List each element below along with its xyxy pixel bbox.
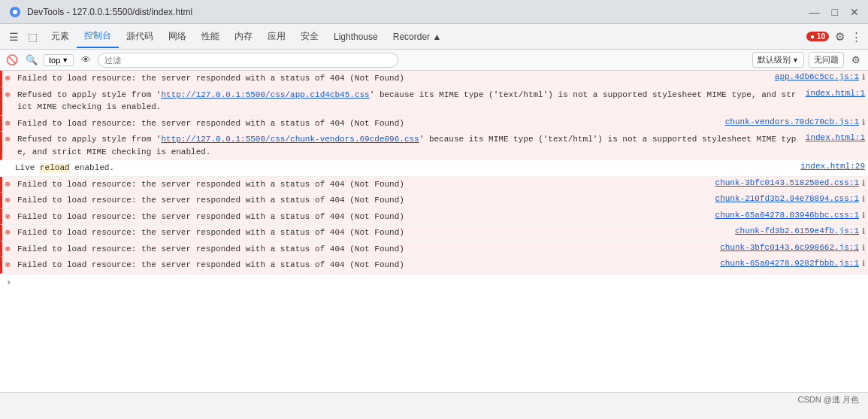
console-msg-1: Refused to apply style from 'http://127.… — [17, 89, 800, 114]
error-icon-8: ⊗ — [5, 227, 11, 237]
console-msg-8: Failed to load resource: the server resp… — [17, 226, 729, 239]
console-source-0[interactable]: app.4db6c5cc.js:1 — [775, 72, 859, 81]
devtools-menu-icon[interactable]: ☰ — [6, 29, 22, 44]
svg-point-1 — [13, 10, 17, 14]
error-icon-10: ⊗ — [5, 260, 11, 269]
info-icon-0[interactable]: ℹ — [862, 72, 865, 82]
settings-icon[interactable]: ⚙ — [835, 30, 845, 44]
info-icon-5[interactable]: ℹ — [862, 178, 865, 188]
console-source-5[interactable]: chunk-3bfc0143.518250ed.css:1 — [715, 178, 859, 187]
devtools-right-controls: ● 10 ⚙ ⋮ — [806, 30, 865, 44]
tab-security[interactable]: 安全 — [293, 26, 326, 47]
tab-lighthouse[interactable]: Lighthouse — [326, 27, 386, 47]
tab-elements[interactable]: 元素 — [44, 26, 77, 47]
info-icon-6[interactable]: ℹ — [862, 194, 865, 204]
console-row-5: ⊗ Failed to load resource: the server re… — [0, 177, 868, 193]
console-row-8: ⊗ Failed to load resource: the server re… — [0, 225, 868, 241]
console-source-4[interactable]: index.html:29 — [800, 162, 865, 171]
tab-network[interactable]: 网络 — [161, 26, 194, 47]
issues-button[interactable]: 无问题 — [809, 52, 844, 68]
console-row-9: ⊗ Failed to load resource: the server re… — [0, 241, 868, 258]
devtools-inspect-icon[interactable]: ⬚ — [25, 29, 41, 44]
chrome-icon — [9, 6, 21, 18]
devtools-tab-bar: ☰ ⬚ 元素 控制台 源代码 网络 性能 内存 应用 安全 Lighthouse… — [0, 24, 868, 50]
clear-console-button[interactable]: 🚫 — [5, 53, 20, 68]
console-source-6[interactable]: chunk-210fd3b2.94e78894.css:1 — [715, 194, 859, 203]
console-msg-7: Failed to load resource: the server resp… — [17, 211, 709, 223]
console-msg-0: Failed to load resource: the server resp… — [17, 72, 769, 85]
log-level-select[interactable]: 默认级别 ▼ — [752, 52, 804, 68]
context-dropdown-arrow: ▼ — [62, 56, 68, 64]
filter-input[interactable] — [98, 53, 398, 68]
context-label: top — [49, 56, 60, 65]
error-icon-9: ⊗ — [5, 244, 11, 254]
console-filter-icon[interactable]: 🔍 — [24, 53, 39, 68]
console-msg-4: Live reload enabled. — [15, 162, 794, 175]
console-source-1[interactable]: index.html:1 — [806, 89, 865, 98]
log-level-arrow: ▼ — [792, 56, 799, 64]
refused-link-3[interactable]: http://127.0.0.1:5500/css/chunk-vendors.… — [161, 135, 419, 144]
console-source-7[interactable]: chunk-65a04278.03946bbc.css:1 — [715, 211, 859, 220]
log-level-label: 默认级别 — [758, 54, 791, 65]
info-icon-9[interactable]: ℹ — [862, 243, 865, 253]
console-row-0: ⊗ Failed to load resource: the server re… — [0, 71, 868, 87]
tab-application[interactable]: 应用 — [260, 26, 293, 47]
console-row-1: ⊗ Refused to apply style from 'http://12… — [0, 87, 868, 116]
devtools-left-icons: ☰ ⬚ — [3, 29, 44, 44]
error-icon-0: ⊗ — [5, 73, 11, 83]
window-controls: — □ ✕ — [809, 6, 859, 18]
maximize-button[interactable]: □ — [832, 6, 838, 18]
info-icon-2[interactable]: ℹ — [862, 117, 865, 127]
eye-icon[interactable]: 👁 — [78, 53, 93, 68]
tab-performance[interactable]: 性能 — [194, 26, 227, 47]
error-icon-2: ⊗ — [5, 118, 11, 128]
console-prompt-icon: › — [6, 278, 11, 288]
console-row-4: Live reload enabled. index.html:29 — [0, 160, 868, 177]
title-bar-left: DevTools - 127.0.0.1:5500/dist/index.htm… — [9, 6, 192, 18]
console-msg-10: Failed to load resource: the server resp… — [17, 259, 714, 272]
console-input[interactable] — [16, 278, 865, 288]
console-input-row: › — [0, 274, 868, 291]
tab-recorder[interactable]: Recorder ▲ — [386, 27, 449, 47]
console-row-6: ⊗ Failed to load resource: the server re… — [0, 193, 868, 209]
error-icon-5: ⊗ — [5, 179, 11, 189]
console-source-3[interactable]: index.html:1 — [806, 133, 865, 142]
console-source-2[interactable]: chunk-vendors.70dc70cb.js:1 — [725, 117, 859, 126]
info-icon-10[interactable]: ℹ — [862, 259, 865, 269]
tab-memory[interactable]: 内存 — [227, 26, 260, 47]
title-bar: DevTools - 127.0.0.1:5500/dist/index.htm… — [0, 0, 868, 24]
console-msg-5: Failed to load resource: the server resp… — [17, 178, 709, 191]
error-icon-6: ⊗ — [5, 195, 11, 205]
console-msg-9: Failed to load resource: the server resp… — [17, 243, 714, 256]
console-msg-3: Refused to apply style from 'http://127.… — [17, 133, 800, 158]
error-icon-1: ⊗ — [5, 90, 11, 99]
console-row-3: ⊗ Refused to apply style from 'http://12… — [0, 132, 868, 160]
tab-sources[interactable]: 源代码 — [119, 26, 161, 47]
bottom-bar: CSDN @逃 月色 — [0, 392, 868, 407]
info-icon-8[interactable]: ℹ — [862, 226, 865, 236]
tab-console[interactable]: 控制台 — [77, 25, 119, 48]
console-row-2: ⊗ Failed to load resource: the server re… — [0, 116, 868, 132]
console-toolbar: 🚫 🔍 top ▼ 👁 默认级别 ▼ 无问题 ⚙ — [0, 50, 868, 71]
console-source-9[interactable]: chunk-3bfc0143.6c998662.js:1 — [720, 243, 859, 252]
console-content: ⊗ Failed to load resource: the server re… — [0, 71, 868, 392]
error-icon-7: ⊗ — [5, 211, 11, 221]
refused-link-1[interactable]: http://127.0.0.1:5500/css/app.c1d4cb45.c… — [161, 90, 369, 99]
info-icon-7[interactable]: ℹ — [862, 211, 865, 220]
console-row-10: ⊗ Failed to load resource: the server re… — [0, 257, 868, 274]
error-icon-3: ⊗ — [5, 134, 11, 144]
error-count-badge: ● 10 — [806, 32, 829, 41]
more-options-icon[interactable]: ⋮ — [851, 30, 862, 44]
console-source-8[interactable]: chunk-fd3b2.6159e4fb.js:1 — [735, 226, 859, 235]
console-msg-2: Failed to load resource: the server resp… — [17, 117, 719, 130]
window-title: DevTools - 127.0.0.1:5500/dist/index.htm… — [27, 7, 192, 17]
watermark-text: CSDN @逃 月色 — [798, 394, 859, 405]
issues-label: 无问题 — [814, 55, 839, 64]
console-source-10[interactable]: chunk-65a04278.9282fbbb.js:1 — [720, 259, 859, 268]
minimize-button[interactable]: — — [809, 6, 820, 18]
close-button[interactable]: ✕ — [850, 6, 859, 18]
console-msg-6: Failed to load resource: the server resp… — [17, 194, 709, 207]
context-selector[interactable]: top ▼ — [44, 54, 74, 66]
console-row-7: ⊗ Failed to load resource: the server re… — [0, 209, 868, 226]
console-settings-button[interactable]: ⚙ — [848, 53, 863, 68]
